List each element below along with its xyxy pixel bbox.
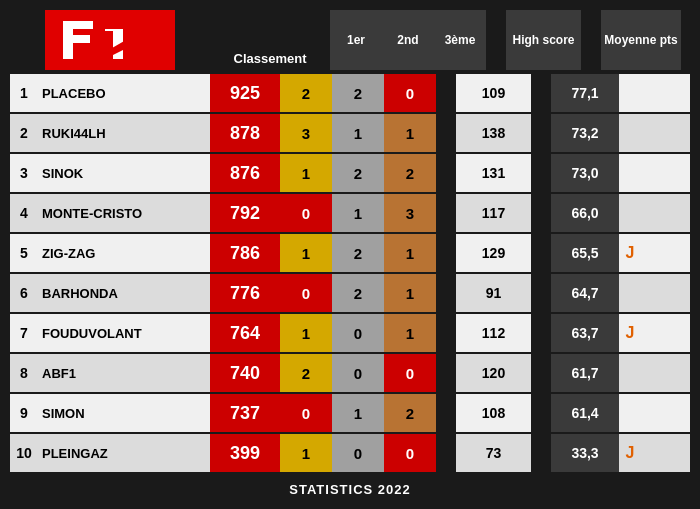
- cell-score: 876: [210, 154, 280, 192]
- col-header-2nd: 2nd: [382, 10, 434, 70]
- cell-gap-1: [436, 154, 456, 192]
- col-header-moyenne: Moyenne pts: [601, 10, 681, 70]
- cell-rank: 3: [10, 165, 38, 181]
- cell-rank: 7: [10, 325, 38, 341]
- svg-marker-2: [93, 21, 165, 59]
- cell-highscore: 131: [456, 165, 531, 181]
- cell-name: SINOK: [38, 166, 210, 181]
- table-row: 8 ABF1 740 2 0 0 120 61,7: [10, 354, 690, 392]
- cell-moyenne: 61,7: [551, 354, 619, 392]
- cell-score: 786: [210, 234, 280, 272]
- f1-logo-svg: [55, 15, 165, 65]
- cell-rank: 4: [10, 205, 38, 221]
- table-row: 4 MONTE-CRISTO 792 0 1 3 117 66,0: [10, 194, 690, 232]
- cell-gap-1: [436, 394, 456, 432]
- cell-gap-1: [436, 114, 456, 152]
- col-header-1er: 1er: [330, 10, 382, 70]
- cell-score: 764: [210, 314, 280, 352]
- table-row: 6 BARHONDA 776 0 2 1 91 64,7: [10, 274, 690, 312]
- table-row: 1 PLACEBO 925 2 2 0 109 77,1: [10, 74, 690, 112]
- classement-area: Classement: [210, 10, 330, 70]
- cell-gap-2: [531, 114, 551, 152]
- cell-highscore: 91: [456, 285, 531, 301]
- footer: STATISTICS 2022: [10, 482, 690, 497]
- cell-gap-2: [531, 154, 551, 192]
- cell-moyenne: 66,0: [551, 194, 619, 232]
- cell-name: ZIG-ZAG: [38, 246, 210, 261]
- cell-2nd: 1: [332, 394, 384, 432]
- cell-score: 792: [210, 194, 280, 232]
- col-header-3eme: 3ème: [434, 10, 486, 70]
- cell-3eme: 3: [384, 194, 436, 232]
- cell-name: BARHONDA: [38, 286, 210, 301]
- cell-name: RUKI44LH: [38, 126, 210, 141]
- table-row: 2 RUKI44LH 878 3 1 1 138 73,2: [10, 114, 690, 152]
- cell-moyenne: 73,2: [551, 114, 619, 152]
- cell-1er: 1: [280, 314, 332, 352]
- cell-highscore: 117: [456, 205, 531, 221]
- cell-moyenne: 61,4: [551, 394, 619, 432]
- cell-3eme: 1: [384, 274, 436, 312]
- logo-area: [10, 10, 210, 70]
- cell-gap-2: [531, 434, 551, 472]
- cell-3eme: 1: [384, 114, 436, 152]
- cell-highscore: 109: [456, 85, 531, 101]
- cell-1er: 1: [280, 234, 332, 272]
- cell-rank: 1: [10, 85, 38, 101]
- col-gap-1: [486, 10, 506, 70]
- main-container: Classement 1er 2nd 3ème High score Moyen…: [0, 0, 700, 507]
- cell-2nd: 2: [332, 154, 384, 192]
- cell-gap-1: [436, 234, 456, 272]
- cell-gap-1: [436, 314, 456, 352]
- cell-3eme: 2: [384, 154, 436, 192]
- cell-name: MONTE-CRISTO: [38, 206, 210, 221]
- col-headers: 1er 2nd 3ème High score Moyenne pts: [330, 10, 681, 70]
- table-body: 1 PLACEBO 925 2 2 0 109 77,1 2 RUKI44LH …: [10, 74, 690, 472]
- cell-highscore: 129: [456, 245, 531, 261]
- cell-rank: 8: [10, 365, 38, 381]
- classement-label: Classement: [234, 51, 307, 66]
- cell-score: 740: [210, 354, 280, 392]
- cell-name: PLACEBO: [38, 86, 210, 101]
- cell-1er: 0: [280, 194, 332, 232]
- cell-3eme: 1: [384, 314, 436, 352]
- cell-gap-2: [531, 354, 551, 392]
- cell-name: PLEINGAZ: [38, 446, 210, 461]
- cell-moyenne: 73,0: [551, 154, 619, 192]
- cell-name: SIMON: [38, 406, 210, 421]
- cell-2nd: 0: [332, 314, 384, 352]
- cell-gap-2: [531, 194, 551, 232]
- cell-2nd: 1: [332, 194, 384, 232]
- cell-1er: 2: [280, 354, 332, 392]
- cell-gap-2: [531, 74, 551, 112]
- cell-gap-1: [436, 274, 456, 312]
- col-gap-2: [581, 10, 601, 70]
- col-header-highscore: High score: [506, 10, 581, 70]
- cell-score: 776: [210, 274, 280, 312]
- cell-3eme: 0: [384, 354, 436, 392]
- cell-gap-1: [436, 194, 456, 232]
- cell-score: 878: [210, 114, 280, 152]
- cell-2nd: 0: [332, 354, 384, 392]
- cell-rank: 6: [10, 285, 38, 301]
- cell-1er: 0: [280, 394, 332, 432]
- footer-label: STATISTICS 2022: [289, 482, 410, 497]
- cell-2nd: 2: [332, 274, 384, 312]
- cell-moyenne: 65,5: [551, 234, 619, 272]
- cell-3eme: 0: [384, 74, 436, 112]
- cell-rank: 2: [10, 125, 38, 141]
- cell-gap-2: [531, 394, 551, 432]
- table-row: 5 ZIG-ZAG 786 1 2 1 129 65,5 J: [10, 234, 690, 272]
- cell-2nd: 2: [332, 74, 384, 112]
- cell-joker: J: [619, 244, 641, 262]
- cell-gap-2: [531, 234, 551, 272]
- table-row: 9 SIMON 737 0 1 2 108 61,4: [10, 394, 690, 432]
- cell-moyenne: 77,1: [551, 74, 619, 112]
- cell-1er: 3: [280, 114, 332, 152]
- table-row: 3 SINOK 876 1 2 2 131 73,0: [10, 154, 690, 192]
- cell-highscore: 120: [456, 365, 531, 381]
- cell-1er: 2: [280, 74, 332, 112]
- cell-highscore: 108: [456, 405, 531, 421]
- cell-joker: J: [619, 324, 641, 342]
- cell-score: 737: [210, 394, 280, 432]
